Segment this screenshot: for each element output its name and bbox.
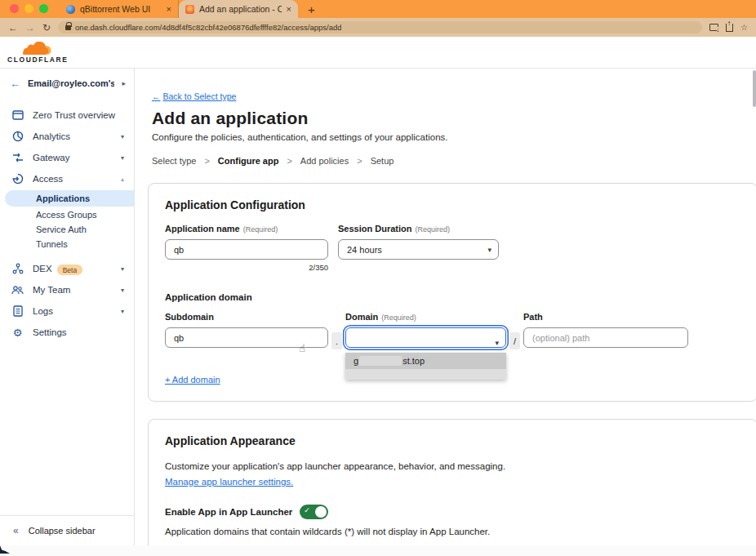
domain-option[interactable]: gst.top <box>345 353 506 369</box>
required-tag: (Required) <box>381 314 416 322</box>
enable-app-launcher-label: Enable App in App Launcher <box>165 507 292 517</box>
browser-tab-bar: qBittorrent Web UI × Add an application … <box>0 0 756 18</box>
back-arrow-icon: ← <box>152 91 161 101</box>
account-back-icon[interactable]: ← <box>10 78 20 90</box>
collapse-sidebar-button[interactable]: « Collapse sidebar <box>0 515 134 545</box>
subdomain-label: Subdomain <box>165 312 328 322</box>
hand-cursor: ☝ <box>299 342 305 354</box>
page-title: Add an application <box>152 109 756 128</box>
char-counter: 2/350 <box>165 263 328 272</box>
sidebar-item-access[interactable]: Access ▴ <box>0 168 134 189</box>
cloudflare-logo[interactable]: CLOUDFLARE <box>7 42 69 64</box>
sidebar-item-label: Zero Trust overview <box>33 110 124 120</box>
bookmark-star-icon[interactable]: ☆ <box>740 23 748 32</box>
redacted-domain-segment <box>359 356 402 366</box>
share-icon[interactable] <box>726 24 733 32</box>
dropdown-blank-row <box>345 369 506 380</box>
team-icon <box>11 284 24 296</box>
browser-back-icon[interactable]: ← <box>8 23 18 33</box>
application-name-input[interactable] <box>165 239 328 260</box>
session-duration-select[interactable]: 24 hours <box>338 239 499 260</box>
application-domain-label: Application domain <box>165 292 740 302</box>
browser-reload-icon[interactable]: ↻ <box>42 23 51 33</box>
tab-title: Add an application - Cloudflare <box>199 4 282 14</box>
new-tab-button[interactable]: + <box>308 2 315 18</box>
dex-icon <box>11 263 24 275</box>
domain-dropdown: gst.top <box>345 353 506 380</box>
add-domain-link[interactable]: + Add domain <box>165 375 220 385</box>
sidebar-subitem-label: Tunnels <box>36 239 68 249</box>
app-header: CLOUDFLARE <box>0 37 756 69</box>
domain-label: Domain(Required) <box>345 312 506 322</box>
sidebar-item-label: Settings <box>33 327 124 337</box>
collapse-label: Collapse sidebar <box>29 526 96 536</box>
card-title: Application Appearance <box>165 434 740 447</box>
sidebar-item-overview[interactable]: Zero Trust overview <box>0 105 134 126</box>
back-to-select-type-link[interactable]: ←Back to Select type <box>152 91 236 101</box>
sidebar: ← Email@royleo.com's... ▸ Zero Trust ove… <box>0 69 135 545</box>
step-separator: > <box>357 156 362 166</box>
sidebar-item-applications[interactable]: Applications <box>5 190 134 207</box>
step-configure-app: Configure app <box>218 156 279 166</box>
card-title: Application Configuration <box>165 198 740 211</box>
caret-down-icon: ▾ <box>121 154 124 162</box>
sidebar-item-gateway[interactable]: Gateway ▾ <box>0 147 134 168</box>
sidebar-item-access-groups[interactable]: Access Groups <box>0 207 134 221</box>
toggle-knob <box>315 506 327 518</box>
step-add-policies: Add policies <box>300 156 349 166</box>
sidebar-item-label: Analytics <box>33 131 112 141</box>
window-controls[interactable] <box>0 4 60 18</box>
desktop-corner-artifact <box>0 545 10 554</box>
sidebar-item-logs[interactable]: Logs ▾ <box>0 300 134 322</box>
app-launcher-toggle[interactable]: ✓ <box>300 505 328 519</box>
required-tag: (Required) <box>243 225 278 234</box>
slash-separator: / <box>509 332 520 349</box>
sidebar-item-label: Gateway <box>33 153 112 162</box>
step-separator: > <box>204 156 209 166</box>
sidebar-item-dex[interactable]: DEXBeta ▾ <box>0 258 134 279</box>
maximize-window-button[interactable] <box>39 4 48 13</box>
sidebar-item-tunnels[interactable]: Tunnels <box>0 237 134 251</box>
sidebar-item-my-team[interactable]: My Team ▾ <box>0 279 134 300</box>
sidebar-item-label: Logs <box>33 306 112 316</box>
domain-select[interactable] <box>345 327 506 348</box>
step-select-type: Select type <box>152 156 196 166</box>
tab-qbittorrent[interactable]: qBittorrent Web UI × <box>60 0 179 18</box>
url-text[interactable]: one.dash.cloudflare.com/4d8df4f5c82cbf42… <box>75 23 341 32</box>
account-name: Email@royleo.com's... <box>28 78 114 88</box>
cloudflare-favicon-icon <box>185 5 194 14</box>
account-switcher[interactable]: ← Email@royleo.com's... ▸ <box>0 69 134 98</box>
collapse-chevrons-icon: « <box>13 525 19 536</box>
step-setup: Setup <box>371 156 394 166</box>
install-app-icon[interactable] <box>709 24 718 31</box>
minimize-window-button[interactable] <box>24 4 33 13</box>
page-subtitle: Configure the policies, authentication, … <box>152 132 756 142</box>
address-bar[interactable]: one.dash.cloudflare.com/4d8df4f5c82cbf42… <box>58 21 702 33</box>
main-content: ←Back to Select type Add an application … <box>135 69 756 545</box>
tab-close-icon[interactable]: × <box>167 4 171 14</box>
lock-icon <box>65 24 71 31</box>
caret-right-icon: ▸ <box>122 79 126 87</box>
caret-up-icon: ▴ <box>121 176 124 183</box>
scrollbar-thumb[interactable] <box>753 70 756 107</box>
session-duration-label: Session Duration(Required) <box>338 224 499 234</box>
sidebar-subitem-label: Service Auth <box>36 225 87 234</box>
logs-icon <box>11 305 24 318</box>
path-input[interactable] <box>523 327 688 348</box>
analytics-icon <box>11 131 24 143</box>
dot-separator: . <box>331 332 342 349</box>
bottom-strip <box>0 545 756 556</box>
check-icon: ✓ <box>304 506 310 514</box>
tab-title: qBittorrent Web UI <box>80 4 162 14</box>
sidebar-item-settings[interactable]: ⚙ Settings <box>0 322 134 343</box>
sidebar-item-analytics[interactable]: Analytics ▾ <box>0 126 134 147</box>
manage-app-launcher-link[interactable]: Manage app launcher settings. <box>165 477 293 487</box>
browser-toolbar: ← → ↻ one.dash.cloudflare.com/4d8df4f5c8… <box>0 18 756 37</box>
access-icon <box>11 173 24 185</box>
tab-close-icon[interactable]: × <box>287 4 291 14</box>
caret-down-icon: ▾ <box>121 308 124 315</box>
sidebar-item-service-auth[interactable]: Service Auth <box>0 222 134 236</box>
close-window-button[interactable] <box>10 4 19 13</box>
browser-forward-icon[interactable]: → <box>25 23 35 33</box>
tab-cloudflare[interactable]: Add an application - Cloudflare × <box>179 0 298 18</box>
